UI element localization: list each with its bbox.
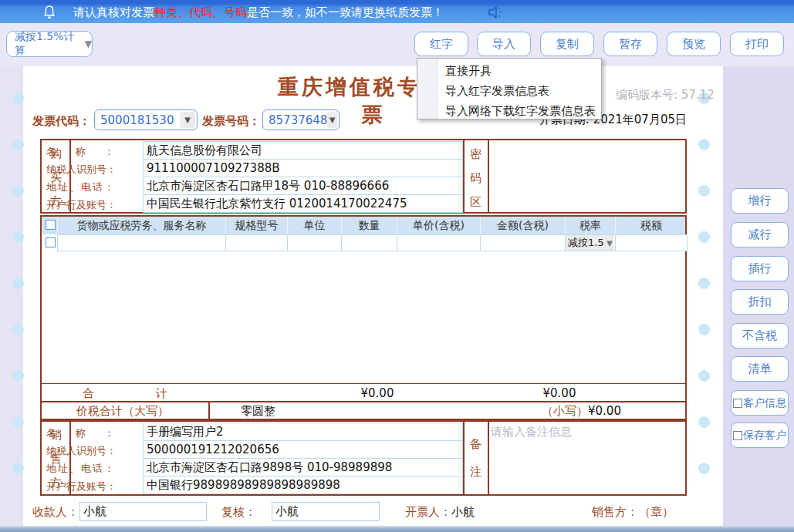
invoice-code-label: 发票代码： [32, 114, 90, 129]
side-button-label: 插行 [748, 261, 772, 276]
caption-words: 零圆整 [241, 404, 275, 419]
item-row-cell[interactable] [57, 234, 226, 251]
caption-label: 价税合计（大写） [76, 404, 169, 419]
buyer-name-field[interactable]: 航天信息股份有限公司 [143, 141, 463, 160]
toolbar-button-5[interactable]: 预览 [667, 32, 721, 56]
divider [488, 140, 489, 212]
item-row-cell[interactable] [615, 234, 688, 251]
invoice-code-value: 5000181530 [95, 113, 180, 127]
totals-label: 合计 [83, 386, 167, 401]
version-text: 编码版本号: 57.12 [616, 88, 715, 103]
buyer-side-label: 方 [50, 194, 62, 209]
side-button-1[interactable]: 增行 [731, 188, 789, 214]
toolbar-button-1[interactable]: 红字 [414, 32, 468, 56]
buyer-bank-account-field[interactable]: 中国民生银行北京紫竹支行 0120014170022475 [143, 194, 463, 213]
seller-bank-account-field[interactable]: 中国银行98989898989898989898 [143, 476, 463, 494]
side-button-4[interactable]: 折扣 [731, 289, 789, 315]
perforation-dot [698, 463, 710, 474]
column-header-7: 税率 [565, 217, 615, 234]
checkbox-icon[interactable] [733, 399, 742, 408]
side-button-5[interactable]: 不含税 [731, 323, 789, 348]
tax-mode-select[interactable]: 减按1.5%计算 ▼ [6, 31, 93, 57]
payee-label: 收款人： [32, 505, 79, 520]
side-button-label: 保存客户 [743, 429, 786, 443]
side-button-label: 增行 [748, 194, 772, 208]
perforation-dot [12, 278, 24, 289]
buyer-right-label: 区 [470, 195, 481, 210]
perforation-dot [698, 416, 710, 428]
side-button-label: 减行 [748, 227, 772, 242]
seller-tax-id-field[interactable]: 500000191212020656 [143, 440, 463, 459]
item-row-cell[interactable] [341, 234, 397, 251]
item-row-cell[interactable] [287, 234, 342, 251]
item-row-cell[interactable] [225, 234, 288, 251]
toolbar-button-4[interactable]: 暂存 [603, 32, 657, 56]
invoice-number-select[interactable]: 85737648 ▼ [262, 109, 340, 130]
payee-input[interactable]: 小航 [79, 502, 207, 521]
menu-item-1[interactable]: 直接开具 [445, 61, 492, 81]
seller-name-field[interactable]: 手册编写用户2 [143, 423, 463, 441]
buyer-right-label: 码 [470, 171, 481, 186]
buyer-side-label: 购 [50, 146, 62, 161]
bell-icon [42, 5, 56, 22]
invoice-number-value: 85737648 [263, 113, 327, 127]
menu-item-3[interactable]: 导入网络下载红字发票信息表 [445, 101, 596, 121]
speaker-icon[interactable] [486, 5, 506, 23]
item-row-cell[interactable] [480, 234, 566, 251]
buyer-address-phone-field[interactable]: 北京市海淀区杏石口路甲18号 010-88896666 [143, 177, 463, 195]
column-header-2: 规格型号 [225, 217, 287, 234]
toolbar-button-6[interactable]: 打印 [730, 32, 784, 56]
side-button-8[interactable]: 保存客户 [731, 423, 789, 448]
seller-side-label: 销 [50, 428, 62, 443]
drawer-value: 小航 [451, 505, 475, 520]
seller-right-label: 注 [470, 465, 481, 480]
side-button-2[interactable]: 减行 [731, 222, 789, 247]
side-button-6[interactable]: 清单 [731, 356, 789, 382]
chevron-down-icon: ▼ [180, 112, 195, 128]
notification-bar: 请认真核对发票种类、代码、号码是否一致，如不一致请更换纸质发票！ [0, 0, 794, 23]
row-checkbox[interactable] [46, 237, 56, 247]
side-button-7[interactable]: 客户信息 [731, 390, 789, 416]
perforation-dot [698, 185, 710, 197]
notification-text: 请认真核对发票种类、代码、号码是否一致，如不一致请更换纸质发票！ [73, 5, 444, 20]
menu-item-2[interactable]: 导入红字发票信息表 [445, 81, 549, 101]
column-header-3: 单位 [287, 217, 341, 234]
toolbar-button-3[interactable]: 复制 [540, 32, 594, 56]
reviewer-input[interactable]: 小航 [272, 502, 380, 521]
perforation-dot [12, 463, 24, 474]
buyer-right-label: 密 [470, 147, 481, 162]
tax-rate-select[interactable]: 减按1.5 ▼ [566, 235, 614, 251]
totals-tax: ¥0.00 [529, 386, 590, 400]
chevron-down-icon: ▼ [606, 239, 613, 247]
side-button-3[interactable]: 插行 [731, 256, 789, 281]
chevron-down-icon: ▼ [327, 112, 337, 128]
perforation-dot [698, 324, 710, 335]
buyer-tax-id-field[interactable]: 91110000710927388B [143, 159, 463, 177]
column-header-8: 税额 [615, 217, 687, 234]
item-row-cell[interactable] [397, 234, 481, 251]
seal-text: （章） [639, 505, 674, 520]
menu-gutter [417, 59, 438, 119]
invoice-code-select[interactable]: 5000181530 ▼ [94, 109, 198, 130]
column-header-5: 单价(含税) [397, 217, 480, 234]
divider [463, 140, 465, 212]
items-table: 货物或应税劳务、服务名称规格型号单位数量单价(含税)金额(含税)税率税额 减按1… [40, 215, 687, 420]
divider [208, 402, 210, 420]
red-invoice-menu: 直接开具导入红字发票信息表导入网络下载红字发票信息表 [417, 58, 602, 120]
column-header-1: 货物或应税劳务、服务名称 [57, 217, 225, 234]
seller-address-phone-field[interactable]: 北京市海淀区杏石口路9898号 010-98989898 [143, 458, 463, 476]
side-button-label: 不含税 [742, 328, 777, 343]
invoice-number-label: 发票号码： [202, 114, 260, 129]
drawer-label: 开票人： [405, 505, 451, 520]
column-header-4: 数量 [341, 217, 397, 234]
perforation-dot [698, 370, 710, 382]
perforation-dot [698, 231, 710, 243]
toolbar-button-2[interactable]: 导入 [477, 32, 531, 56]
bottom-strip [0, 526, 794, 532]
checkbox-icon[interactable] [733, 431, 742, 440]
totals-amount: ¥0.00 [346, 386, 408, 400]
seller-right-label: 备 [470, 437, 481, 452]
remark-placeholder[interactable]: 请输入备注信息 [491, 425, 572, 439]
tax-rate-value: 减按1.5 [568, 236, 604, 250]
select-all-checkbox[interactable] [46, 220, 56, 230]
